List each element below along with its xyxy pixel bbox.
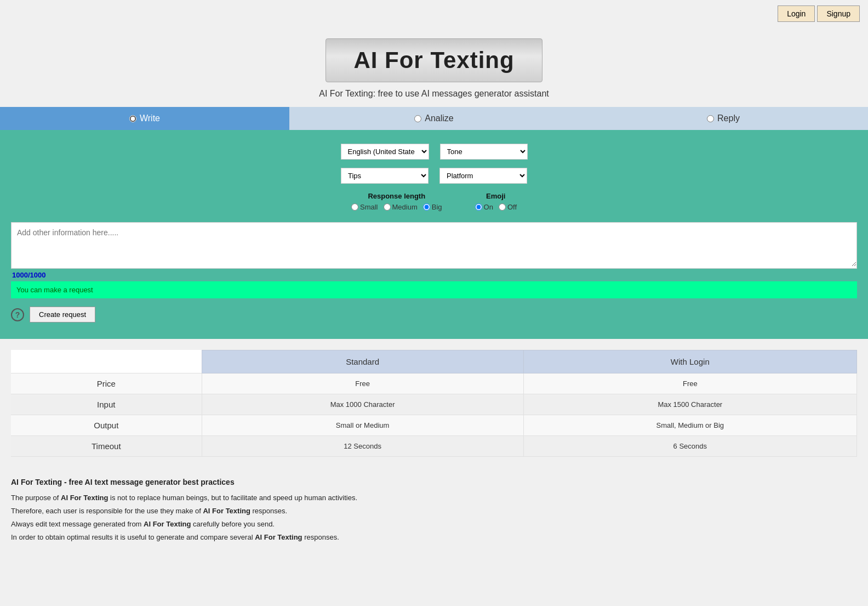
row-standard-price: Free <box>202 373 523 394</box>
big-radio[interactable] <box>423 203 430 211</box>
page-title: AI For Texting <box>353 47 514 73</box>
tabs-bar: Write Analize Reply <box>0 107 868 130</box>
emoji-off-label[interactable]: Off <box>499 203 517 211</box>
char-count: 1000/1000 <box>11 269 857 281</box>
emoji-on-label[interactable]: On <box>475 203 493 211</box>
info-textarea[interactable] <box>12 223 856 267</box>
brand-3: AI For Texting <box>144 520 191 528</box>
practices-section: AI For Texting - free AI text message ge… <box>0 468 868 553</box>
row-label-timeout: Timeout <box>11 436 202 457</box>
brand-2: AI For Texting <box>203 507 250 515</box>
header: Login Signup <box>0 0 868 27</box>
row-login-output: Small, Medium or Big <box>523 415 856 436</box>
tab-write-radio[interactable] <box>129 115 136 122</box>
pricing-col-standard: Standard <box>202 350 523 373</box>
tab-write[interactable]: Write <box>0 107 289 130</box>
table-row: Output Small or Medium Small, Medium or … <box>11 415 857 436</box>
subtitle: AI For Texting: free to use AI messages … <box>0 89 868 99</box>
practices-line-2: Therefore, each user is responsible for … <box>11 506 857 517</box>
tab-analize-radio[interactable] <box>414 115 421 122</box>
language-select[interactable]: English (United State Spanish French Ger… <box>341 144 429 160</box>
tone-select[interactable]: Tone Formal Informal Friendly Profession… <box>440 144 528 160</box>
brand-1: AI For Texting <box>61 494 108 502</box>
title-area: AI For Texting AI For Texting: free to u… <box>0 27 868 107</box>
row-login-timeout: 6 Seconds <box>523 436 856 457</box>
help-icon[interactable]: ? <box>11 308 24 321</box>
row-label-price: Price <box>11 373 202 394</box>
tab-analize[interactable]: Analize <box>289 107 579 130</box>
platform-select[interactable]: Platform SMS WhatsApp Email Twitter <box>439 168 527 184</box>
tab-reply-label: Reply <box>717 114 740 123</box>
signup-button[interactable]: Signup <box>817 5 860 22</box>
medium-radio[interactable] <box>384 203 391 211</box>
pricing-col-login: With Login <box>523 350 856 373</box>
emoji-off-radio[interactable] <box>499 203 506 211</box>
controls-row-2: Tips None Romantic Funny Serious Platfor… <box>11 168 857 184</box>
row-label-output: Output <box>11 415 202 436</box>
tab-write-label: Write <box>140 114 160 123</box>
row-login-price: Free <box>523 373 856 394</box>
tips-select[interactable]: Tips None Romantic Funny Serious <box>341 168 429 184</box>
pricing-section: Standard With Login Price Free Free Inpu… <box>0 339 868 468</box>
response-length-group: Response length Small Medium Big <box>351 192 442 211</box>
textarea-wrapper <box>11 222 857 269</box>
tab-analize-label: Analize <box>425 114 453 123</box>
response-length-label: Response length <box>351 192 442 200</box>
create-request-button[interactable]: Create request <box>30 307 95 322</box>
tab-reply[interactable]: Reply <box>579 107 868 130</box>
practices-line-1: The purpose of AI For Texting is not to … <box>11 492 857 504</box>
row-login-input: Max 1500 Character <box>523 394 856 415</box>
big-label[interactable]: Big <box>423 203 442 211</box>
emoji-group: Emoji On Off <box>475 192 517 211</box>
main-section: English (United State Spanish French Ger… <box>0 130 868 339</box>
practices-title: AI For Texting - free AI text message ge… <box>11 476 857 488</box>
practices-line-4: In order to obtain optimal results it is… <box>11 532 857 543</box>
table-row: Timeout 12 Seconds 6 Seconds <box>11 436 857 457</box>
small-radio[interactable] <box>351 203 358 211</box>
row-standard-output: Small or Medium <box>202 415 523 436</box>
emoji-label: Emoji <box>475 192 517 200</box>
response-length-radios: Small Medium Big <box>351 203 442 211</box>
create-row: ? Create request <box>11 307 857 322</box>
row-standard-input: Max 1000 Character <box>202 394 523 415</box>
pricing-table: Standard With Login Price Free Free Inpu… <box>11 350 857 457</box>
options-row: Response length Small Medium Big Emoji O… <box>11 192 857 211</box>
table-row: Price Free Free <box>11 373 857 394</box>
title-box: AI For Texting <box>326 38 542 82</box>
row-label-input: Input <box>11 394 202 415</box>
brand-4: AI For Texting <box>255 533 302 541</box>
status-bar: You can make a request <box>11 281 857 298</box>
controls-row-1: English (United State Spanish French Ger… <box>11 144 857 160</box>
practices-line-3: Always edit text message generated from … <box>11 519 857 530</box>
table-row: Input Max 1000 Character Max 1500 Charac… <box>11 394 857 415</box>
tab-reply-radio[interactable] <box>707 115 714 122</box>
medium-label[interactable]: Medium <box>384 203 418 211</box>
row-standard-timeout: 12 Seconds <box>202 436 523 457</box>
emoji-on-radio[interactable] <box>475 203 482 211</box>
login-button[interactable]: Login <box>778 5 815 22</box>
pricing-col-empty <box>11 350 202 373</box>
emoji-radios: On Off <box>475 203 517 211</box>
small-label[interactable]: Small <box>351 203 378 211</box>
